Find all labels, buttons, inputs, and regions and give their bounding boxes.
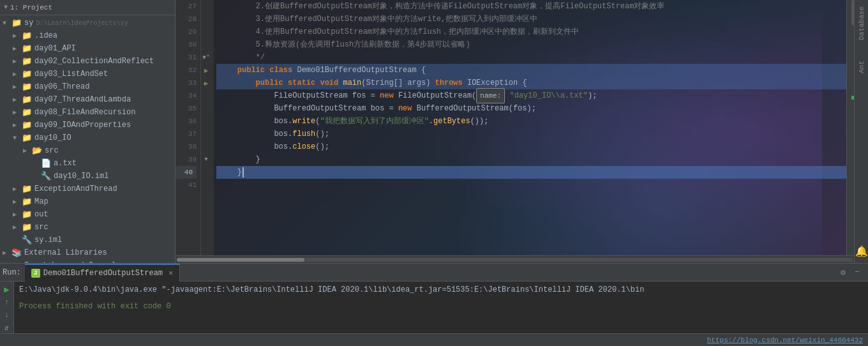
day07-folder-icon: 📁 — [22, 94, 32, 105]
run-tab[interactable]: J Demo01BufferedOutputStream ✕ — [25, 264, 180, 282]
tree-exception[interactable]: ▶ 📁 ExceptionAndThread — [0, 183, 175, 195]
tree-day02[interactable]: ▶ 📁 day02_CollectionAndReflect — [0, 55, 175, 68]
bottom-status-bar: https://blog.csdn.net/weixin_44664432 — [0, 333, 868, 346]
src-arrow: ▶ — [13, 223, 22, 231]
csdn-url[interactable]: https://blog.csdn.net/weixin_44664432 — [707, 336, 863, 344]
line33-text: public static void main(String[] args) t… — [219, 77, 527, 89]
iml-icon: 🔧 — [41, 171, 51, 181]
code-line-33: public static void main(String[] args) t… — [216, 77, 846, 89]
tree-day10-label: day10_IO — [34, 133, 71, 142]
gutter-36 — [201, 115, 211, 128]
gutter-31: ▼* — [201, 51, 211, 64]
out-arrow: ▶ — [13, 211, 22, 218]
out-folder-icon: 📁 — [22, 209, 32, 220]
day07-arrow: ▶ — [13, 96, 22, 103]
tree-day10[interactable]: ▼ 📁 day10_IO — [0, 132, 175, 144]
ln-37: 37 — [176, 128, 197, 140]
close-tab-icon[interactable]: ✕ — [168, 268, 173, 278]
tree-day06[interactable]: ▶ 📁 day06_Thread — [0, 80, 175, 93]
tree-day03[interactable]: ▶ 📁 day03_ListAndSet — [0, 68, 175, 80]
tree-day10-iml[interactable]: 🔧 day10_IO.iml — [0, 170, 175, 183]
scroll-down-btn[interactable]: ↓ — [1, 310, 13, 320]
scrollbar-thumb[interactable] — [851, 0, 854, 26]
line31-text: */ — [219, 51, 265, 64]
code-area: 27 28 29 30 31 32 33 34 35 36 37 38 39 4… — [176, 0, 854, 263]
code-line-31: */ — [216, 51, 846, 64]
tree-root-label: sy — [24, 19, 33, 27]
code-line-32: public class Demo01BufferedOutputStream … — [216, 64, 846, 77]
tree-map[interactable]: ▶ 📁 Map — [0, 195, 175, 208]
ln-34: 34 — [176, 89, 197, 102]
code-editor[interactable]: 27 28 29 30 31 32 33 34 35 36 37 38 39 4… — [176, 0, 854, 255]
tree-atxt[interactable]: 📄 a.txt — [0, 157, 175, 170]
run-arrow-32-icon: ▶ — [204, 66, 209, 75]
line34-text: FileOutputStream fos = new FileOutputStr… — [219, 88, 597, 103]
tree-map-label: Map — [34, 197, 49, 206]
play-btn[interactable]: ▶ — [1, 284, 13, 295]
map-folder-icon: 📁 — [22, 197, 32, 207]
gutter-39: ▼ — [201, 153, 211, 166]
day10-src-arrow: ▶ — [23, 147, 32, 154]
run-label: Run: — [3, 268, 21, 277]
h-scrollbar-thumb[interactable] — [177, 258, 304, 262]
tree-root[interactable]: ▼ 📁 sy D:\Learn\IdeaProjects\sy — [0, 17, 175, 29]
ln-29: 29 — [176, 26, 197, 38]
tree-day09[interactable]: ▶ 📁 day09_IOAndProperties — [0, 119, 175, 132]
atxt-icon: 📄 — [41, 158, 51, 169]
console-output: E:\Java\jdk-9.0.4\bin\java.exe "-javaage… — [14, 282, 868, 333]
code-line-39: } — [216, 153, 846, 166]
ant-tab[interactable]: Ant — [856, 57, 867, 77]
java-run-icon: J — [31, 269, 40, 278]
tree-day10-src[interactable]: ▶ 📂 src — [0, 144, 175, 157]
day10-src-icon: 📂 — [32, 146, 42, 156]
code-content[interactable]: 2.创建BufferedOutputStream对象，构造方法中传递FileOu… — [214, 0, 846, 255]
tree-sy-iml[interactable]: 🔧 sy.iml — [0, 234, 175, 246]
run-tab-label: Demo01BufferedOutputStream — [43, 269, 163, 278]
day01-arrow: ▶ — [13, 45, 22, 52]
horizontal-scrollbar[interactable] — [176, 255, 854, 263]
tree-ext-lib[interactable]: ▶ 📚 External Libraries — [0, 246, 175, 259]
run-arrow-33-icon: ▶ — [204, 79, 209, 87]
tree-day10-iml-label: day10_IO.iml — [54, 172, 108, 181]
right-panel-tabs: Database Ant 🔔 — [854, 0, 868, 263]
day09-folder-icon: 📁 — [22, 120, 32, 130]
database-tab[interactable]: Database — [856, 3, 867, 44]
day09-arrow: ▶ — [13, 121, 22, 129]
code-line-36: bos.write("我把数据写入到了内部缓冲区".getBytes()); — [216, 115, 846, 128]
root-arrow-icon: ▼ — [3, 20, 11, 27]
settings-icon[interactable]: ⚙ — [837, 267, 849, 278]
tree-day03-label: day03_ListAndSet — [34, 70, 108, 79]
ln-31: 31 — [176, 51, 197, 64]
gutter-32: ▶ — [201, 64, 211, 77]
tree-day10-src-label: src — [45, 146, 59, 155]
day10-arrow: ▼ — [13, 135, 22, 142]
wrap-btn[interactable]: ⇆ — [2, 322, 12, 333]
sidebar-tab-label: 1: Project — [10, 4, 52, 11]
tree-idea[interactable]: ▶ 📁 .idea — [0, 29, 175, 42]
tree-src[interactable]: ▶ 📁 src — [0, 221, 175, 234]
root-path: D:\Learn\IdeaProjects\sy — [36, 20, 128, 27]
notifications-icon[interactable]: 🔔 — [855, 245, 868, 258]
sidebar-header: ▼ 1: Project — [0, 0, 175, 15]
line-numbers: 27 28 29 30 31 32 33 34 35 36 37 38 39 4… — [176, 0, 201, 255]
project-tree[interactable]: ▼ 📁 sy D:\Learn\IdeaProjects\sy ▶ 📁 .ide… — [0, 15, 175, 263]
ln-40: 40 — [176, 166, 197, 179]
vertical-scrollbar[interactable] — [846, 0, 854, 255]
day06-folder-icon: 📁 — [22, 82, 32, 92]
scroll-up-btn[interactable]: ↑ — [1, 297, 13, 308]
console-cmd-line: E:\Java\jdk-9.0.4\bin\java.exe "-javaage… — [19, 284, 863, 296]
tree-out[interactable]: ▶ 📁 out — [0, 208, 175, 221]
code-line-37: bos.flush(); — [216, 128, 846, 140]
pin-icon[interactable]: − — [851, 267, 863, 278]
tree-day01[interactable]: ▶ 📁 day01_API — [0, 42, 175, 55]
tree-atxt-label: a.txt — [54, 159, 77, 168]
tree-day08[interactable]: ▶ 📁 day08_FileAndRecursion — [0, 106, 175, 119]
gutter-41 — [201, 179, 211, 192]
bottom-tabs-bar: Run: J Demo01BufferedOutputStream ✕ ⚙ − — [0, 264, 868, 282]
line32-text: public class Demo01BufferedOutputStream … — [219, 64, 426, 77]
output-text: Process finished with exit code 0 — [19, 301, 171, 312]
fold-31-icon[interactable]: ▼* — [202, 54, 210, 61]
tree-day07[interactable]: ▶ 📁 day07_ThreadAndLambda — [0, 93, 175, 106]
tree-out-label: out — [34, 210, 49, 219]
fold-39-icon[interactable]: ▼ — [204, 156, 207, 163]
